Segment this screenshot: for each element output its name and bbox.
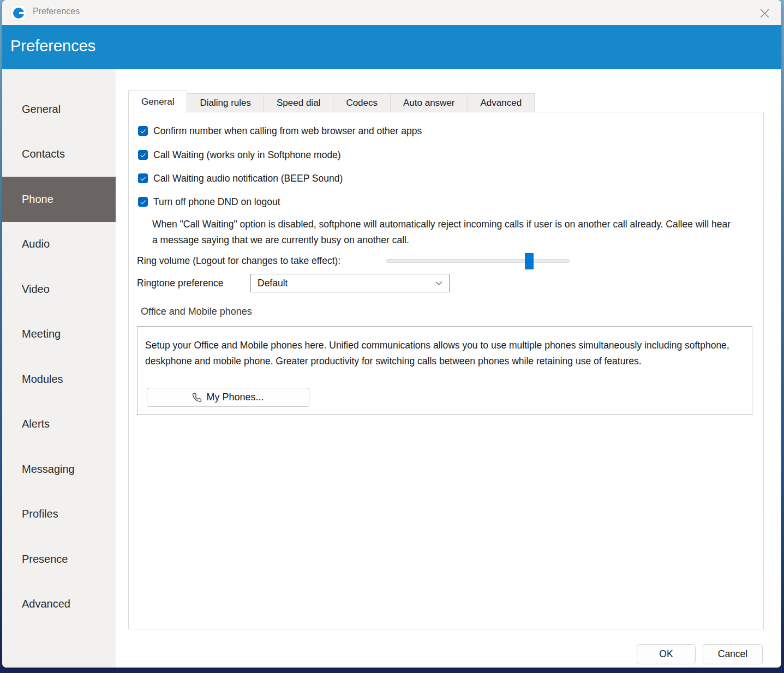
sidebar-item-contacts[interactable]: Contacts xyxy=(2,132,116,177)
sidebar-item-advanced[interactable]: Advanced xyxy=(2,582,116,627)
ringtone-selected-value: Default xyxy=(258,278,435,289)
sidebar-item-modules[interactable]: Modules xyxy=(2,357,116,402)
sidebar-item-messaging[interactable]: Messaging xyxy=(2,447,116,492)
main-area: General Dialing rules Speed dial Codecs … xyxy=(116,69,781,668)
ring-volume-label: Ring volume (Logout for changes to take … xyxy=(137,255,340,267)
option-call-waiting-audio: Call Waiting audio notification (BEEP So… xyxy=(138,172,343,184)
sidebar-item-meeting[interactable]: Meeting xyxy=(2,312,116,357)
sidebar-item-phone[interactable]: Phone xyxy=(2,177,116,222)
office-mobile-heading: Office and Mobile phones xyxy=(141,306,252,317)
sidebar-item-alerts[interactable]: Alerts xyxy=(2,402,116,447)
ring-volume-thumb[interactable] xyxy=(525,253,534,269)
close-button[interactable] xyxy=(755,5,774,21)
ring-volume-row: Ring volume (Logout for changes to take … xyxy=(137,254,340,267)
ringtone-preference-select[interactable]: Default xyxy=(250,274,450,292)
ok-button[interactable]: OK xyxy=(637,644,696,664)
sidebar-item-video[interactable]: Video xyxy=(2,267,116,312)
option-call-waiting: Call Waiting (works only in Softphone mo… xyxy=(138,149,341,161)
checkbox-call-waiting[interactable] xyxy=(138,150,148,160)
phone-icon xyxy=(192,393,202,402)
tab-codecs[interactable]: Codecs xyxy=(333,93,391,112)
checkbox-turn-off-dnd[interactable] xyxy=(138,197,148,207)
call-waiting-note: When "Call Waiting" option is disabled, … xyxy=(152,217,732,248)
sidebar-item-general[interactable]: General xyxy=(2,87,116,132)
checkbox-label: Turn off phone DND on logout xyxy=(153,196,280,208)
sidebar-item-audio[interactable]: Audio xyxy=(2,222,116,267)
page-title: Preferences xyxy=(10,37,95,55)
my-phones-label: My Phones... xyxy=(206,392,264,403)
tab-speed-dial[interactable]: Speed dial xyxy=(264,93,333,112)
option-turn-off-dnd: Turn off phone DND on logout xyxy=(138,196,280,208)
tab-advanced[interactable]: Advanced xyxy=(468,93,535,112)
office-mobile-description: Setup your Office and Mobile phones here… xyxy=(145,338,745,369)
office-mobile-groupbox: Setup your Office and Mobile phones here… xyxy=(137,326,752,415)
checkbox-label: Call Waiting audio notification (BEEP So… xyxy=(153,173,343,184)
check-icon xyxy=(140,199,146,204)
tab-panel-general: Confirm number when calling from web bro… xyxy=(128,112,764,629)
ringtone-preference-label: Ringtone preference xyxy=(137,278,224,289)
checkbox-call-waiting-audio[interactable] xyxy=(138,173,148,183)
tab-bar: General Dialing rules Speed dial Codecs … xyxy=(128,90,535,112)
check-icon xyxy=(140,152,146,157)
check-icon xyxy=(140,128,146,133)
option-confirm-number: Confirm number when calling from web bro… xyxy=(138,125,422,137)
my-phones-button[interactable]: My Phones... xyxy=(147,388,309,407)
chevron-down-icon xyxy=(435,281,442,286)
check-icon xyxy=(140,175,146,181)
tab-auto-answer[interactable]: Auto answer xyxy=(391,93,468,112)
cancel-button[interactable]: Cancel xyxy=(703,644,763,664)
app-logo-icon xyxy=(11,5,26,20)
checkbox-label: Confirm number when calling from web bro… xyxy=(153,125,422,137)
preferences-window: Preferences Preferences General Contacts… xyxy=(2,0,781,668)
sidebar: General Contacts Phone Audio Video Meeti… xyxy=(2,69,116,668)
sidebar-item-presence[interactable]: Presence xyxy=(2,537,116,582)
tab-general[interactable]: General xyxy=(128,91,187,113)
tab-dialing-rules[interactable]: Dialing rules xyxy=(187,93,264,112)
checkbox-confirm-number[interactable] xyxy=(138,126,148,136)
titlebar: Preferences xyxy=(2,0,781,25)
checkbox-label: Call Waiting (works only in Softphone mo… xyxy=(153,149,341,161)
ring-volume-slider[interactable] xyxy=(386,259,570,263)
close-icon xyxy=(760,9,769,18)
header-banner: Preferences xyxy=(2,25,781,69)
sidebar-item-profiles[interactable]: Profiles xyxy=(2,492,116,537)
window-title: Preferences xyxy=(33,7,80,16)
